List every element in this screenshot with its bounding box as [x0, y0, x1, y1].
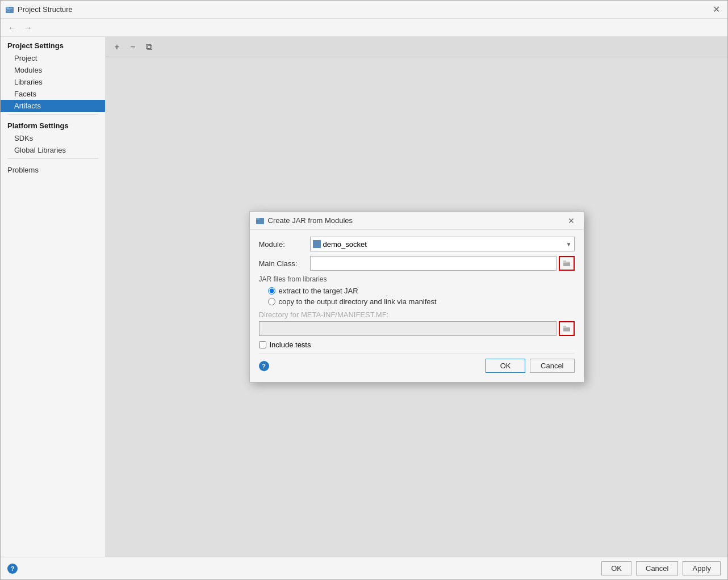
- platform-settings-header: Platform Settings: [1, 117, 105, 132]
- dialog-ok-button[interactable]: OK: [486, 359, 525, 373]
- meta-inf-section: Directory for META-INF/MANIFEST.MF:: [259, 310, 575, 336]
- svg-rect-2: [7, 9, 12, 9]
- bottom-help-area: ?: [7, 564, 597, 574]
- dialog-separator: [259, 354, 575, 354]
- content-area: Project Settings Project Modules Librari…: [1, 37, 727, 557]
- title-bar: Project Structure ✕: [1, 1, 727, 19]
- dialog-close-button[interactable]: ✕: [564, 214, 578, 228]
- sidebar-item-modules[interactable]: Modules: [1, 64, 105, 76]
- module-icon: [313, 240, 321, 248]
- meta-inf-input[interactable]: [259, 321, 557, 336]
- bottom-ok-button[interactable]: OK: [601, 561, 631, 575]
- sidebar-item-artifacts[interactable]: Artifacts: [1, 100, 105, 112]
- module-input-wrap: demo_socket ▼: [310, 237, 575, 251]
- window-title: Project Structure: [18, 5, 709, 14]
- sidebar-divider-2: [7, 158, 98, 159]
- dialog-help-area: ?: [259, 361, 482, 371]
- dialog-overlay: Create JAR from Modules ✕ Module:: [106, 37, 727, 557]
- include-tests-row: Include tests: [259, 341, 575, 349]
- svg-rect-11: [563, 326, 566, 327]
- svg-rect-8: [563, 260, 566, 262]
- app-icon: [5, 5, 14, 14]
- module-select-chevron: ▼: [566, 241, 572, 247]
- nav-forward-button[interactable]: →: [21, 21, 35, 35]
- nav-back-button[interactable]: ←: [5, 21, 19, 35]
- folder-open-icon-2: [563, 325, 571, 333]
- radio-copy-label[interactable]: copy to the output directory and link vi…: [279, 297, 437, 306]
- nav-bar: ← →: [1, 19, 727, 37]
- include-tests-checkbox[interactable]: [259, 341, 266, 348]
- radio-copy[interactable]: [268, 298, 275, 305]
- sidebar-item-sdks[interactable]: SDKs: [1, 132, 105, 144]
- svg-rect-12: [563, 328, 570, 331]
- main-class-browse-button[interactable]: [559, 256, 575, 271]
- sidebar-item-problems[interactable]: Problems: [1, 161, 105, 176]
- dialog-title: Create JAR from Modules: [268, 216, 564, 225]
- window-close-button[interactable]: ✕: [709, 3, 723, 16]
- dialog-buttons: ? OK Cancel: [259, 359, 575, 375]
- module-row: Module: demo_socket ▼: [259, 237, 575, 251]
- radio-extract[interactable]: [268, 287, 275, 295]
- module-select-value: demo_socket: [313, 240, 367, 249]
- main-class-label: Main Class:: [259, 259, 310, 268]
- svg-rect-9: [563, 263, 570, 266]
- module-label: Module:: [259, 240, 310, 249]
- radio-copy-row: copy to the output directory and link vi…: [259, 297, 575, 306]
- module-select[interactable]: demo_socket ▼: [310, 237, 575, 251]
- svg-rect-4: [7, 11, 10, 11]
- bottom-help-button[interactable]: ?: [7, 564, 18, 574]
- sidebar-divider: [7, 114, 98, 115]
- project-settings-header: Project Settings: [1, 37, 105, 52]
- meta-inf-browse-button[interactable]: [559, 321, 575, 336]
- sidebar: Project Settings Project Modules Librari…: [1, 37, 106, 557]
- module-select-text: demo_socket: [323, 240, 367, 249]
- svg-rect-3: [7, 10, 11, 10]
- main-class-input-wrap: [310, 256, 575, 271]
- radio-extract-label[interactable]: extract to the target JAR: [279, 287, 358, 295]
- jar-files-label: JAR files from libraries: [259, 275, 575, 283]
- svg-rect-1: [6, 7, 9, 9]
- main-class-row: Main Class:: [259, 256, 575, 271]
- create-jar-dialog: Create JAR from Modules ✕ Module:: [249, 211, 584, 383]
- main-class-input[interactable]: [310, 256, 557, 271]
- main-window: Project Structure ✕ ← → Project Settings…: [0, 0, 728, 580]
- sidebar-item-project[interactable]: Project: [1, 52, 105, 64]
- meta-inf-label: Directory for META-INF/MANIFEST.MF:: [259, 310, 575, 319]
- dialog-icon: [256, 216, 265, 225]
- main-panel: + − ⧉ Nothing to show: [106, 37, 727, 557]
- include-tests-label[interactable]: Include tests: [270, 341, 311, 349]
- folder-open-icon: [563, 259, 571, 267]
- meta-inf-input-row: [259, 321, 575, 336]
- bottom-cancel-button[interactable]: Cancel: [636, 561, 678, 575]
- sidebar-item-global-libraries[interactable]: Global Libraries: [1, 144, 105, 156]
- dialog-cancel-button[interactable]: Cancel: [530, 359, 574, 373]
- bottom-bar: ? OK Cancel Apply: [1, 557, 727, 579]
- sidebar-item-libraries[interactable]: Libraries: [1, 76, 105, 88]
- dialog-body: Module: demo_socket ▼: [250, 230, 584, 382]
- bottom-apply-button[interactable]: Apply: [683, 561, 721, 575]
- help-button[interactable]: ?: [259, 361, 269, 371]
- svg-rect-6: [256, 218, 260, 220]
- radio-extract-row: extract to the target JAR: [259, 287, 575, 295]
- sidebar-item-facets[interactable]: Facets: [1, 88, 105, 100]
- dialog-title-bar: Create JAR from Modules ✕: [250, 212, 584, 230]
